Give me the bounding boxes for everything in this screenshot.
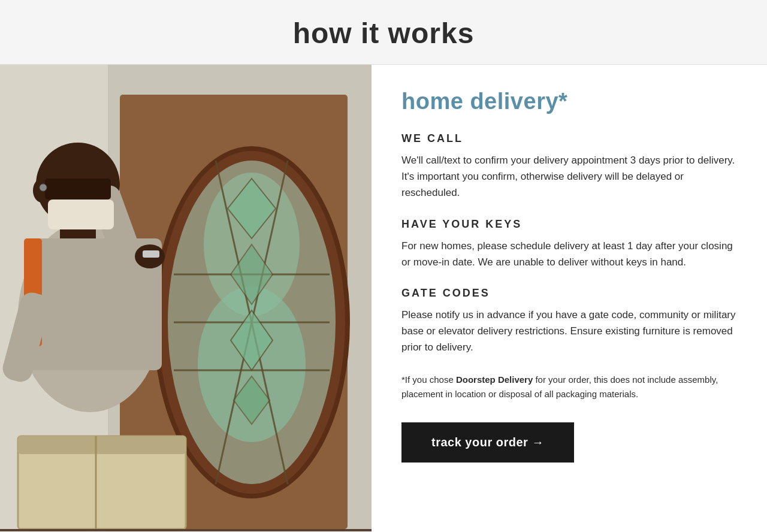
we-call-body: We'll call/text to confirm your delivery… [401,152,737,201]
have-your-keys-heading: HAVE YOUR KEYS [401,218,737,231]
track-order-button[interactable]: track your order → [401,422,574,463]
svg-rect-29 [45,179,111,200]
have-your-keys-section: HAVE YOUR KEYS For new homes, please sch… [401,218,737,270]
have-your-keys-body: For new homes, please schedule delivery … [401,238,737,270]
image-panel [0,65,372,531]
we-call-heading: WE CALL [401,132,737,145]
service-title: home delivery* [401,89,737,114]
gate-codes-body: Please notify us in advance if you have … [401,307,737,356]
svg-rect-31 [143,250,159,258]
main-content: home delivery* WE CALL We'll call/text t… [0,65,767,531]
right-panel: home delivery* WE CALL We'll call/text t… [372,65,767,531]
svg-point-30 [40,184,47,191]
svg-rect-25 [18,436,186,454]
disclaimer-prefix: *If you chose [401,374,456,385]
page-wrapper: how it works [0,0,767,532]
svg-rect-28 [48,200,114,229]
gate-codes-section: GATE CODES Please notify us in advance i… [401,287,737,356]
gate-codes-heading: GATE CODES [401,287,737,300]
disclaimer-text: *If you chose Doorstep Delivery for your… [401,373,737,401]
page-title: how it works [0,17,767,50]
header-section: how it works [0,0,767,65]
disclaimer-bold: Doorstep Delivery [456,374,533,385]
delivery-image [0,65,372,529]
we-call-section: WE CALL We'll call/text to confirm your … [401,132,737,201]
